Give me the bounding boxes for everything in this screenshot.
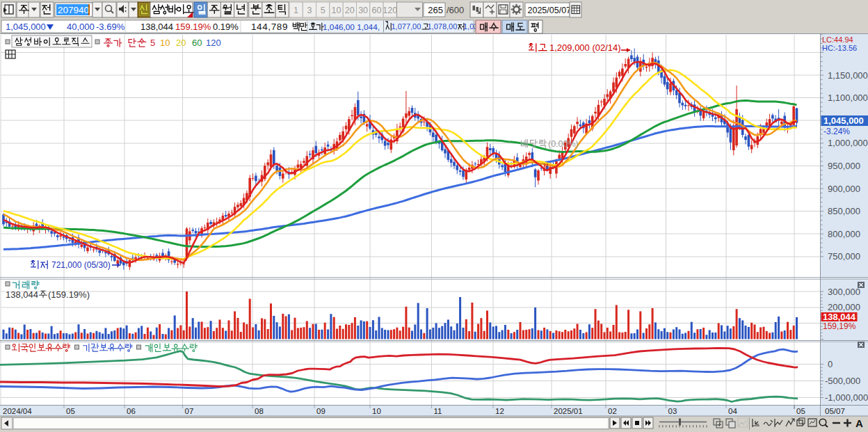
svg-text:0: 0 bbox=[828, 359, 833, 369]
svg-text:3: 3 bbox=[307, 6, 312, 15]
svg-text:159,19%: 159,19% bbox=[823, 321, 856, 331]
svg-text:HC:-13.56: HC:-13.56 bbox=[822, 44, 857, 52]
svg-text:09: 09 bbox=[316, 407, 326, 415]
svg-text:20: 20 bbox=[345, 6, 355, 15]
svg-text:12: 12 bbox=[495, 407, 504, 415]
svg-text:60: 60 bbox=[371, 6, 381, 15]
svg-text:10: 10 bbox=[160, 38, 170, 48]
svg-text:06: 06 bbox=[127, 407, 136, 415]
svg-text:20: 20 bbox=[176, 38, 186, 48]
svg-text:-3.24%: -3.24% bbox=[823, 127, 850, 136]
svg-text:1,045,000: 1,045,000 bbox=[823, 115, 864, 126]
svg-text:850,000: 850,000 bbox=[828, 206, 860, 216]
svg-text:08: 08 bbox=[255, 407, 264, 415]
svg-text:1,045,000: 1,045,000 bbox=[6, 22, 46, 32]
svg-text:159.19%: 159.19% bbox=[175, 22, 211, 32]
svg-text:-1,000,000: -1,000,000 bbox=[825, 392, 868, 403]
svg-text:265: 265 bbox=[428, 5, 443, 15]
svg-text:10: 10 bbox=[372, 407, 381, 415]
svg-text:05: 05 bbox=[66, 407, 75, 415]
svg-text:05: 05 bbox=[796, 407, 805, 415]
svg-text:05/07: 05/07 bbox=[825, 407, 845, 415]
svg-text:138,044: 138,044 bbox=[140, 22, 173, 32]
svg-text:1: 1 bbox=[294, 6, 298, 15]
svg-text:1,150,000: 1,150,000 bbox=[828, 70, 868, 81]
svg-text:120: 120 bbox=[206, 38, 221, 48]
svg-text:721,000 (05/30): 721,000 (05/30) bbox=[51, 260, 111, 270]
svg-text:2025/01: 2025/01 bbox=[554, 407, 583, 415]
svg-text:A: A bbox=[855, 417, 863, 429]
svg-text:2024/04: 2024/04 bbox=[3, 407, 32, 415]
svg-text:07: 07 bbox=[185, 407, 194, 415]
svg-text:10: 10 bbox=[332, 6, 341, 15]
svg-text:40,000: 40,000 bbox=[67, 22, 95, 32]
svg-text:-500,000: -500,000 bbox=[825, 376, 860, 386]
svg-text:LC:44.94: LC:44.94 bbox=[822, 35, 853, 44]
svg-text:30: 30 bbox=[358, 6, 368, 15]
svg-text:300,000: 300,000 bbox=[828, 287, 860, 297]
svg-text:1,000,000: 1,000,000 bbox=[828, 138, 868, 148]
svg-text:1,077,00: 1,077,00 bbox=[392, 22, 421, 31]
svg-text:1,209,000 (02/14): 1,209,000 (02/14) bbox=[549, 42, 621, 53]
svg-text:02: 02 bbox=[608, 407, 617, 415]
svg-text:138,044: 138,044 bbox=[6, 289, 38, 300]
svg-text:138,044: 138,044 bbox=[823, 312, 856, 322]
svg-text:60: 60 bbox=[192, 38, 202, 48]
svg-text:2025/05/07: 2025/05/07 bbox=[528, 6, 572, 15]
svg-text:207940: 207940 bbox=[58, 5, 89, 15]
svg-text:03: 03 bbox=[668, 407, 677, 415]
svg-text:950,000: 950,000 bbox=[828, 161, 860, 171]
svg-text:/600: /600 bbox=[447, 5, 464, 15]
svg-text:800,000: 800,000 bbox=[828, 229, 860, 239]
svg-text:(159.19%): (159.19%) bbox=[48, 289, 90, 300]
svg-text:5: 5 bbox=[321, 6, 326, 15]
svg-text:144,789: 144,789 bbox=[251, 22, 288, 32]
svg-text:750,000: 750,000 bbox=[828, 251, 860, 262]
svg-text:900,000: 900,000 bbox=[828, 184, 860, 194]
svg-text:11: 11 bbox=[434, 407, 442, 415]
svg-text:1,046,00 1,044,: 1,046,00 1,044, bbox=[323, 22, 380, 32]
svg-text:04: 04 bbox=[728, 407, 737, 415]
svg-text:1,100,000: 1,100,000 bbox=[828, 93, 868, 103]
svg-text:5: 5 bbox=[150, 38, 155, 48]
svg-text:0.19%: 0.19% bbox=[213, 22, 239, 32]
svg-text:(0.00%): (0.00%) bbox=[548, 139, 579, 149]
svg-text:1,078,00: 1,078,00 bbox=[428, 22, 458, 31]
svg-text:-3.69%: -3.69% bbox=[96, 22, 125, 32]
svg-text:120: 120 bbox=[383, 6, 397, 15]
